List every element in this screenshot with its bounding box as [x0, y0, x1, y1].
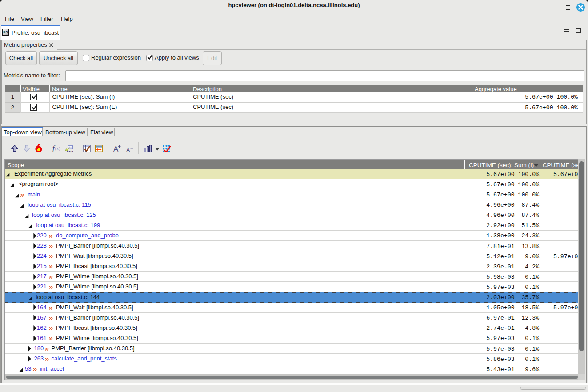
svg-text:(x): (x) — [55, 146, 60, 151]
svg-text:A: A — [126, 147, 130, 152]
svg-text:csv: csv — [67, 149, 73, 152]
svg-text:A: A — [113, 145, 119, 152]
